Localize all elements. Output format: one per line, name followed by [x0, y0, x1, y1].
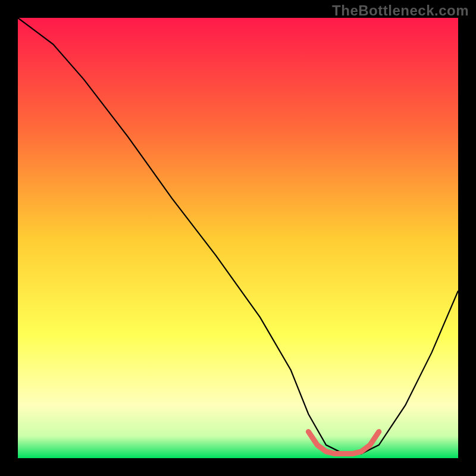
- watermark-text: TheBottleneck.com: [332, 2, 469, 19]
- chart-container: TheBottleneck.com: [0, 0, 476, 476]
- chart-svg: [18, 18, 458, 458]
- plot-area: [18, 18, 458, 458]
- gradient-background: [18, 18, 458, 458]
